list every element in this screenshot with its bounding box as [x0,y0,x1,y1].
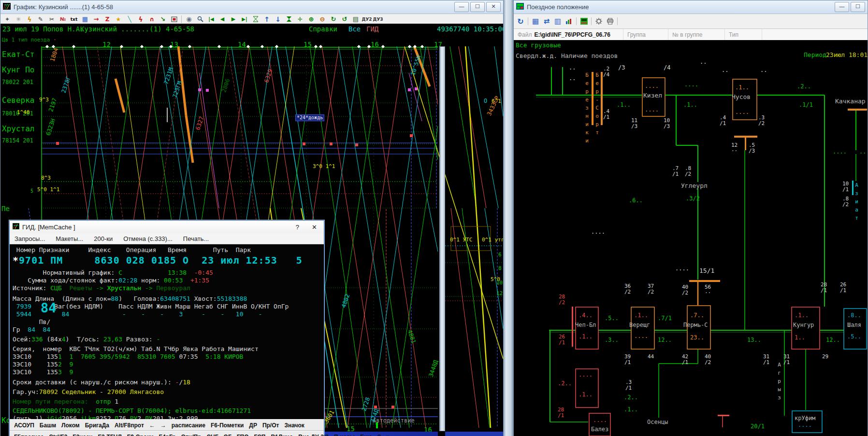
dialog-hotkey-item[interactable]: Вне ДУ-2/3 [298,434,329,436]
dialog-hotkey-item[interactable]: Локом [61,422,80,429]
subpane-hscrollbar[interactable] [445,432,503,436]
red-arrow-icon[interactable]: → [91,14,101,24]
chart-icon[interactable] [564,17,574,26]
ruler-diamond-marker[interactable] [314,45,318,48]
dialog-hotkey-item[interactable]: F9-Сроки [127,434,154,436]
ruler-diamond-marker[interactable] [357,45,361,48]
dialog-hotkey-item[interactable]: ← [149,422,155,429]
arrow-up-icon[interactable]: ↑ [261,14,272,24]
arrow-down-icon[interactable]: ↓ [273,14,283,24]
txt-icon[interactable]: txt [69,14,79,24]
filter-all-freight[interactable]: Все грузовые [516,42,561,49]
dialog-hotkey-item[interactable]: ГСП [254,434,266,436]
du2-button[interactable]: ДУ2 [362,14,372,24]
event-marker[interactable] [56,142,59,145]
dialog-hotkey-item[interactable]: Пр/От [262,422,279,429]
dialog-hotkey-item[interactable]: Башм [40,422,56,429]
event-marker[interactable] [408,88,411,91]
nav-prev-icon[interactable]: ◀ [217,14,228,24]
close-button[interactable]: ✕ [486,2,501,12]
fit-icon[interactable]: ✛ [295,14,305,24]
hourglass-fill-icon[interactable] [284,14,294,24]
rotate-cw-icon[interactable]: ↻ [328,14,339,24]
dialog-hotkey-item[interactable]: Еще [360,434,372,436]
table-edit-icon[interactable]: ▥ [552,17,563,26]
ruler-diamond-marker[interactable] [140,45,144,48]
dialog-menu-item[interactable]: Макеты... [56,235,83,242]
dialog-hotkey-item[interactable]: F4рГр [159,434,176,436]
dialog-hotkey-item[interactable]: расписание [172,422,205,429]
du3-button[interactable]: ДУ3 [373,14,383,24]
spravki-menu[interactable]: Справки [309,26,337,33]
dialog-hotkey-item[interactable]: АСОУП [14,422,34,429]
dialog-hotkey-item[interactable]: F2назн [72,434,92,436]
table-icon[interactable]: ▦ [80,14,90,24]
ruler-diamond-marker[interactable] [45,45,49,48]
dialog-hotkey-item[interactable]: БригаДа [85,422,109,429]
slope-icon[interactable]: ╲ [124,14,135,24]
zoom-out-icon[interactable]: ⊖ [317,14,328,24]
graph-window-titlebar[interactable]: График: Кузинский .......(1) 4-65-58 — ☐… [0,0,503,14]
group-number-column[interactable]: № в группе [668,29,725,41]
ruler-diamond-marker[interactable] [260,45,264,48]
table-arrows-icon[interactable]: ⇄ [541,17,552,26]
traingrid-icon[interactable] [579,17,589,26]
dialog-menu-item[interactable]: Отмена (с.333)... [123,235,173,242]
star-icon[interactable]: ★ [113,14,124,24]
dialog-hotkey-item[interactable]: ▾ [386,434,389,436]
dialog-menu-item[interactable]: 200-ки [94,235,113,242]
nav-first-icon[interactable]: |◀ [206,14,217,24]
scissors-icon[interactable]: ✂ [46,14,57,24]
renumber-icon[interactable]: № [58,14,68,24]
ruler-diamond-marker[interactable] [381,45,385,48]
printer-icon[interactable] [605,17,615,26]
ruler-diamond-marker[interactable] [275,45,278,48]
hourglass-green-icon[interactable] [250,14,261,24]
type-column[interactable]: Тип [725,29,762,41]
pane-splitter[interactable] [439,46,445,431]
event-marker[interactable] [198,88,201,91]
dialog-hotkey-item[interactable]: Значок [284,422,304,429]
nav-next-icon[interactable]: ▶ [228,14,239,24]
event-marker[interactable] [303,142,305,145]
config-file-path[interactable]: E:\gid\INF_76\PPCFG_06.76 [535,31,610,38]
dialog-hotkey-item[interactable]: ? [377,434,381,436]
dialog-hotkey-item[interactable]: ОГ [224,434,231,436]
network-diagram-area[interactable]: КизелЧусовКачканарУглеурлЧеп-БлВерещгПер… [514,40,868,436]
dialog-hotkey-item[interactable]: ГПО [237,434,249,436]
dialog-menu-item[interactable]: Запросы... [14,235,45,242]
nav-last-icon[interactable]: ▶| [239,14,250,24]
dialog-hotkey-item[interactable]: → [160,422,166,429]
window-divider[interactable] [504,0,513,436]
zoom-icon[interactable] [195,14,205,24]
event-marker[interactable] [374,406,377,408]
gear-icon[interactable] [593,17,604,26]
magic-tool-icon[interactable]: ✦ [2,14,13,24]
rotate-ccw-icon[interactable]: ↺ [339,14,350,24]
vse-menu[interactable]: Все [348,26,361,33]
dialog-hotkey-item[interactable]: СНГ [206,434,218,436]
position-window-titlebar[interactable]: Поездное положение — ☐ [514,0,868,14]
ruler-diamond-marker[interactable] [420,45,424,48]
dialog-hotkey-item[interactable]: ДР [249,422,257,429]
table-clock-icon[interactable]: ▦ [530,17,541,26]
event-marker[interactable] [355,143,358,146]
gid-menu[interactable]: ГИД [366,26,378,33]
ruler-diamond-marker[interactable] [319,45,322,48]
refresh-icon[interactable]: ↻ [515,17,526,26]
ruler-diamond-marker[interactable] [188,45,191,48]
dialog-hotkey-item[interactable]: Alt/F8прот [115,422,144,429]
ruler-diamond-marker[interactable] [217,45,221,48]
ruler-diamond-marker[interactable] [120,45,123,48]
weather-note[interactable]: *24*дождь [295,114,324,121]
dialog-close-button[interactable]: ✕ [312,224,317,231]
snowflake-icon[interactable]: ✳ [13,14,24,24]
ruler-diamond-marker[interactable] [408,45,411,48]
dialog-hotkey-item[interactable]: F3-ТГНЛ [98,434,122,436]
ruler-diamond-marker[interactable] [72,45,75,48]
z-lines-icon[interactable]: Z [102,14,113,24]
dialog-hotkey-item[interactable]: П-часы [334,434,355,436]
event-marker[interactable] [206,89,209,92]
lightning-icon[interactable]: ϟ [24,14,35,24]
dialog-hotkey-item[interactable]: Ctrl/F2 [49,434,67,436]
